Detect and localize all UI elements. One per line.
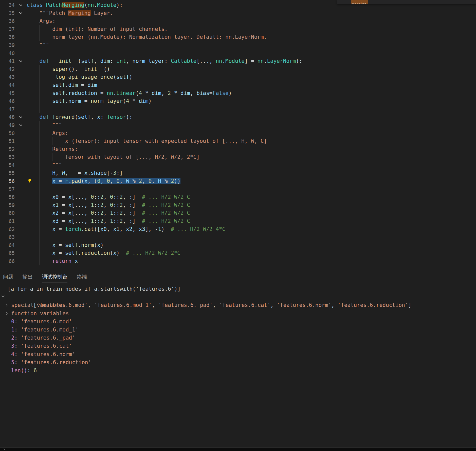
line-number: 66 [0,257,15,265]
code-line-50[interactable]: 50 Args: [0,129,476,138]
gutter-slot [15,241,27,249]
gutter-slot [15,153,27,161]
code-line-38[interactable]: 38 norm_layer (nn.Module): Normalization… [0,33,476,41]
code-line-37[interactable]: 37 dim (int): Number of input channels. [0,25,476,33]
code-text: return x [27,257,78,265]
indent-guide [39,33,40,41]
code-text: self.reduction = nn.Linear(4 * dim, 2 * … [27,89,232,97]
gutter-slot [15,97,27,105]
tab-terminal[interactable]: 终端 [77,271,87,283]
indent-guide [52,153,52,161]
code-line-36[interactable]: 36 Args: [0,17,476,25]
line-number: 60 [0,209,15,217]
code-line-59[interactable]: 59 x1 = x[..., 1::2, 0::2, :] # ... H/2 … [0,201,476,209]
gutter-slot [15,33,27,41]
code-line-55[interactable]: 55 H, W, _ = x.shape[-3:] [0,169,476,177]
console-variable-4: 4: 'features.6.norm' [0,350,476,358]
console-group-function-variables[interactable]: function variables [0,309,476,318]
gutter-slot [15,65,27,73]
code-line-56[interactable]: 56 x = F.pad(x, (0, 0, 0, W % 2, 0, H % … [0,177,476,185]
tab-debug-console[interactable]: 调试控制台 [42,271,67,283]
indent-guide [39,249,40,257]
gutter-slot [15,129,27,138]
code-line-66[interactable]: 66 return x [0,257,476,265]
indent-guide [39,241,40,249]
fold-chevron-icon[interactable] [19,59,22,62]
code-text: H, W, _ = x.shape[-3:] [27,169,123,177]
code-text: x2 = x[..., 0::2, 1::2, :] # ... H/2 W/2… [27,209,190,217]
variable-name: 2 [11,335,14,341]
code-text: def __init__(self, dim: int, norm_layer:… [27,57,302,65]
code-line-52[interactable]: 52 Returns: [0,145,476,153]
code-line-61[interactable]: 61 x3 = x[..., 1::2, 1::2, :] # ... H/2 … [0,217,476,225]
code-text: self.dim = dim [27,81,97,89]
line-number: 52 [0,145,15,153]
code-line-44[interactable]: 44 self.dim = dim [0,81,476,89]
code-line-47[interactable]: 47 [0,105,476,113]
code-line-65[interactable]: 65 x = self.reduction(x) # ... H/2 W/2 2… [0,249,476,257]
code-line-49[interactable]: 49 """ [0,121,476,129]
indent-guide [39,185,40,193]
code-line-53[interactable]: 53 Tensor with layout of [..., H/2, W/2,… [0,153,476,161]
code-text: def forward(self, x: Tensor): [27,113,132,121]
code-line-42[interactable]: 42 super().__init__() [0,65,476,73]
fold-chevron-icon[interactable] [19,115,22,118]
code-line-45[interactable]: 45 self.reduction = nn.Linear(4 * dim, 2… [0,89,476,97]
code-line-39[interactable]: 39 """ [0,41,476,49]
code-line-41[interactable]: 41 def __init__(self, dim: int, norm_lay… [0,57,476,65]
fold-chevron-icon[interactable] [19,11,22,14]
console-input-echo: [a for a in train_nodes if a.startswith(… [0,285,476,293]
console-variable-tree: special variablesfunction variables0: 'f… [0,301,476,375]
code-line-35[interactable]: 35 """Patch Merging Layer. [0,9,476,17]
code-line-58[interactable]: 58 x0 = x[..., 0::2, 0::2, :] # ... H/2 … [0,193,476,201]
code-line-57[interactable]: 57 [0,185,476,193]
console-group-special-variables[interactable]: special variables [0,301,476,309]
indent-guide [39,129,40,138]
line-number: 59 [0,201,15,209]
code-text: """ [27,161,62,169]
fold-chevron-icon[interactable] [19,123,22,126]
fold-chevron-icon[interactable] [19,3,22,6]
line-number: 36 [0,17,15,25]
expand-chevron-icon[interactable] [5,304,7,307]
console-input-row[interactable] [0,447,476,451]
variable-value: 'features.6.norm' [21,351,75,357]
code-text: x0 = x[..., 0::2, 0::2, :] # ... H/2 W/2… [27,193,190,201]
code-line-64[interactable]: 64 x = self.norm(x) [0,241,476,249]
tab-output[interactable]: 输出 [23,271,33,283]
indent-guide [39,137,40,145]
tab-problems[interactable]: 问题 [3,271,13,283]
gutter-slot [15,49,27,57]
code-line-60[interactable]: 60 x2 = x[..., 0::2, 1::2, :] # ... H/2 … [0,209,476,217]
code-line-62[interactable]: 62 x = torch.cat([x0, x1, x2, x3], -1) #… [0,225,476,233]
line-number: 56 [0,177,15,185]
console-variable-5: 5: 'features.6.reduction' [0,358,476,366]
line-number: 53 [0,153,15,161]
code-line-51[interactable]: 51 x (Tensor): input tensor with expecte… [0,137,476,145]
code-text: """ [27,121,62,129]
code-line-40[interactable]: 40 [0,49,476,57]
find-widget[interactable]: Merging [337,0,476,4]
gutter-slot [15,89,27,97]
code-text: self.norm = norm_layer(4 * dim) [27,97,152,105]
line-number: 35 [0,9,15,17]
gutter-slot [15,217,27,225]
collapse-chevron-icon[interactable] [2,295,4,297]
line-number: 38 [0,33,15,41]
code-text: super().__init__() [27,65,110,73]
code-line-46[interactable]: 46 self.norm = norm_layer(4 * dim) [0,97,476,105]
code-line-43[interactable]: 43 _log_api_usage_once(self) [0,73,476,81]
indent-guide [39,105,40,113]
code-text: dim (int): Number of input channels. [27,25,168,33]
indent-guide [39,193,40,201]
expand-chevron-icon[interactable] [5,312,7,315]
console-result-row[interactable]: ['features.6.mod', 'features.6.mod_1', '… [0,293,476,301]
debug-console[interactable]: [a for a in train_nodes if a.startswith(… [0,283,476,447]
gutter-slot [15,57,27,65]
code-line-48[interactable]: 48 def forward(self, x: Tensor): [0,113,476,121]
indent-guide [39,169,40,177]
gutter-slot [15,193,27,201]
code-line-63[interactable]: 63 [0,233,476,241]
line-number: 49 [0,121,15,129]
code-line-54[interactable]: 54 """ [0,161,476,169]
